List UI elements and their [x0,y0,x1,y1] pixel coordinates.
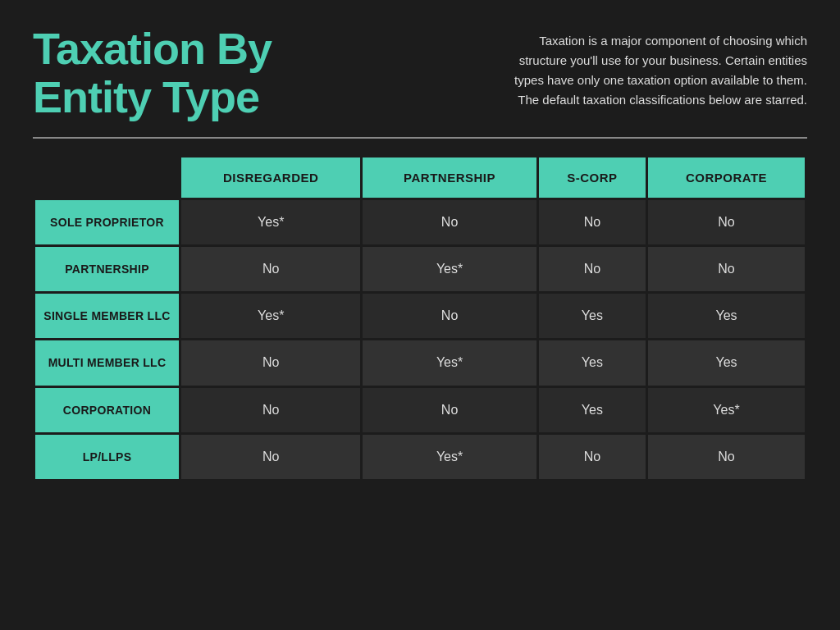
cell-0-disregarded: Yes* [181,200,360,244]
cell-4-corporate: Yes* [648,388,805,432]
table-row: SOLE PROPRIETORYes*NoNoNo [35,200,805,244]
description-text: Taxation is a major component of choosin… [495,31,807,110]
col-header-partnership: PARTNERSHIP [363,158,536,198]
cell-5-corporate: No [648,435,805,479]
header-section: Taxation By Entity Type Taxation is a ma… [33,25,807,122]
taxation-table: DISREGARDED PARTNERSHIP S-CORP CORPORATE… [33,155,807,482]
table-row: MULTI MEMBER LLCNoYes*YesYes [35,340,805,385]
cell-4-scorp: Yes [539,388,646,432]
cell-5-scorp: No [539,435,646,479]
cell-3-scorp: Yes [539,340,646,385]
cell-2-disregarded: Yes* [181,294,360,338]
cell-1-scorp: No [539,247,646,291]
cell-5-partnership: Yes* [363,435,536,479]
description-block: Taxation is a major component of choosin… [495,25,807,110]
row-header-0: SOLE PROPRIETOR [35,200,179,244]
row-header-3: MULTI MEMBER LLC [35,340,179,385]
page-container: Taxation By Entity Type Taxation is a ma… [0,0,840,630]
main-title: Taxation By Entity Type [33,25,272,122]
title-line2: Entity Type [33,73,272,121]
col-header-scorp: S-CORP [539,158,646,198]
cell-1-corporate: No [648,247,805,291]
table-row: CORPORATIONNoNoYesYes* [35,388,805,432]
col-header-corporate: CORPORATE [648,158,805,198]
title-line1: Taxation By [33,25,272,73]
title-block: Taxation By Entity Type [33,25,272,122]
table-row: SINGLE MEMBER LLCYes*NoYesYes [35,294,805,338]
col-header-disregarded: DISREGARDED [181,158,360,198]
table-section: DISREGARDED PARTNERSHIP S-CORP CORPORATE… [33,155,807,605]
cell-3-corporate: Yes [648,340,805,385]
cell-2-scorp: Yes [539,294,646,338]
row-header-1: PARTNERSHIP [35,247,179,291]
cell-1-disregarded: No [181,247,360,291]
table-wrapper: DISREGARDED PARTNERSHIP S-CORP CORPORATE… [33,155,807,482]
cell-3-partnership: Yes* [363,340,536,385]
row-header-2: SINGLE MEMBER LLC [35,294,179,338]
cell-3-disregarded: No [181,340,360,385]
cell-5-disregarded: No [181,435,360,479]
cell-4-partnership: No [363,388,536,432]
table-row: LP/LLPSNoYes*NoNo [35,435,805,479]
divider [33,137,807,139]
cell-2-partnership: No [363,294,536,338]
table-row: PARTNERSHIPNoYes*NoNo [35,247,805,291]
col-header-empty [35,158,179,198]
cell-0-partnership: No [363,200,536,244]
cell-0-scorp: No [539,200,646,244]
row-header-5: LP/LLPS [35,435,179,479]
cell-4-disregarded: No [181,388,360,432]
cell-1-partnership: Yes* [363,247,536,291]
cell-0-corporate: No [648,200,805,244]
cell-2-corporate: Yes [648,294,805,338]
row-header-4: CORPORATION [35,388,179,432]
